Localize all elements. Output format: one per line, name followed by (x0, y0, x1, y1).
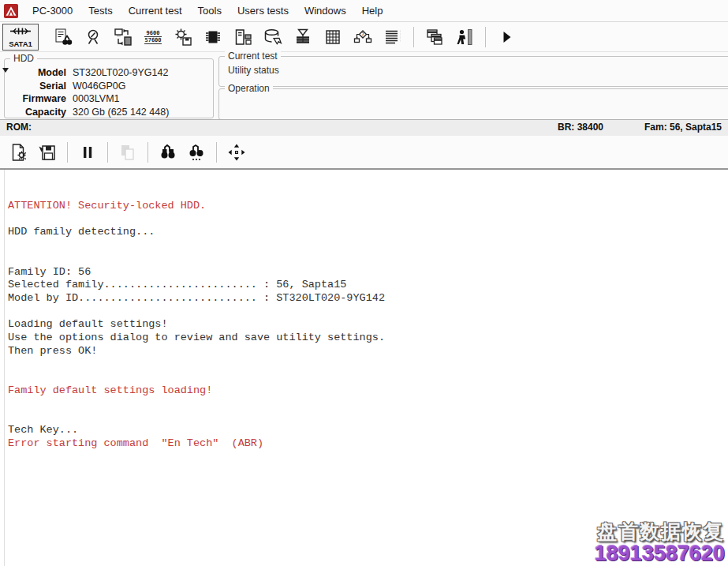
hdd-field-capacity: Capacity320 Gb (625 142 448) (5, 106, 213, 119)
terminal-line: Use the options dialog to review and sav… (8, 332, 728, 345)
watermark-phone: 18913587620 (595, 542, 725, 564)
copy-button[interactable] (114, 140, 141, 165)
heads-funnel-icon (293, 28, 312, 47)
sata-connector-icon (9, 26, 32, 39)
terminal-line: Family ID: 56 (8, 266, 728, 279)
terminal-line: Loading default settings! (8, 318, 728, 332)
terminal-line (8, 371, 728, 384)
surface-grid-icon (323, 28, 342, 47)
toolbar-separator (216, 142, 217, 163)
save-floppy-icon (38, 143, 57, 162)
hdd-panel-title: HDD (10, 53, 37, 64)
utility-status-text: Utility status (219, 57, 728, 76)
watermark-title: 盘首数据恢复 (595, 521, 725, 542)
operation-panel: Operation (218, 88, 728, 120)
new-report-button[interactable] (6, 140, 32, 165)
terminal-line: Model by ID............................ … (8, 292, 728, 305)
terminal-line: Tech Key... (8, 424, 728, 437)
menu-users-tests[interactable]: Users tests (230, 1, 297, 21)
utility-settings-button[interactable] (169, 24, 197, 50)
script-button[interactable] (379, 24, 407, 50)
find-button[interactable] (155, 140, 181, 165)
hdd-field-serial: SerialW046GP0G (5, 80, 213, 93)
terminal-line: Selected family........................ … (8, 279, 728, 292)
script-lines-icon (383, 28, 402, 47)
rom-label: ROM: (6, 122, 32, 133)
hdd-fields: ModelST320LT020-9YG142SerialW046GP0GFirm… (5, 66, 213, 118)
rom-button[interactable] (199, 24, 227, 50)
terminal-line (8, 410, 728, 424)
toolbar-separator (413, 27, 414, 47)
exit-door-icon (455, 28, 474, 47)
terminal-line: Then press OK! (8, 345, 728, 358)
port-sata1-button[interactable]: SATA1 (2, 24, 39, 51)
menu-current-test[interactable]: Current test (121, 1, 190, 21)
svg-text:?: ? (361, 31, 364, 37)
hdd-panel: HDD ModelST320LT020-9YG142SerialW046GP0G… (4, 58, 214, 118)
menu-windows[interactable]: Windows (297, 1, 354, 21)
terminal-log[interactable]: ATTENTION! Security-locked HDD. HDD fami… (0, 169, 728, 566)
terminal-line (8, 253, 728, 266)
main-toolbar-buttons: 960057600? (48, 24, 521, 50)
menu-tools[interactable]: Tools (190, 1, 230, 21)
menu-help[interactable]: Help (354, 1, 391, 21)
find-next-button[interactable] (183, 140, 210, 165)
report-gear-icon (9, 143, 28, 162)
terminal-line (8, 398, 728, 411)
utility-status-report-button[interactable] (49, 24, 77, 50)
hdd-field-label: Model (5, 66, 66, 80)
drive-power-button[interactable] (79, 24, 107, 50)
port-label: SATA1 (9, 39, 32, 48)
drive-modules-button[interactable] (229, 24, 257, 50)
log-toolbar (0, 136, 728, 169)
hdd-field-value: 0003LVM1 (73, 92, 120, 106)
baud-rate-button[interactable]: 960057600 (139, 24, 167, 50)
current-test-title: Current test (225, 51, 281, 62)
terminal-line: Error starting command "En Tech" (ABR) (8, 437, 728, 451)
more-arrow-icon (497, 28, 516, 47)
hdd-field-firmware: Firmware0003LVM1 (5, 92, 213, 106)
app-logo-icon (4, 4, 18, 18)
device-exchange-icon (114, 28, 133, 47)
hdd-panel-menu-button[interactable] (2, 68, 9, 73)
hdd-field-label: Serial (5, 80, 66, 93)
gear-save-icon (174, 28, 192, 47)
terminal-line (8, 305, 728, 319)
windows-cascade-button[interactable] (420, 24, 449, 50)
menu-items: PC-3000TestsCurrent testToolsUsers tests… (24, 1, 390, 21)
terminal-line (8, 358, 728, 371)
flowchart-icon: ? (353, 28, 372, 47)
hdd-field-model: ModelST320LT020-9YG142 (5, 66, 213, 80)
heads-map-button[interactable] (289, 24, 317, 50)
operation-title: Operation (225, 83, 273, 94)
surface-test-button[interactable] (319, 24, 347, 50)
hdd-field-value: 320 Gb (625 142 448) (73, 106, 169, 119)
hdd-field-label: Capacity (5, 106, 66, 119)
menubar: PC-3000TestsCurrent testToolsUsers tests… (0, 0, 728, 22)
exit-button[interactable] (450, 24, 479, 50)
lamp-icon (84, 28, 103, 47)
navigator-button[interactable] (223, 140, 250, 165)
hdd-field-value: W046GP0G (73, 80, 125, 93)
disk-cylinder-icon (263, 28, 282, 47)
pause-button[interactable] (74, 140, 101, 165)
change-drive-button[interactable] (109, 24, 137, 50)
save-report-button[interactable] (34, 140, 61, 165)
terminal-left-border (4, 170, 5, 566)
logic-scheme-button[interactable]: ? (349, 24, 377, 50)
terminal-line: Family default settings loading! (8, 384, 728, 398)
hdd-field-label: Firmware (5, 92, 66, 106)
drive-modules-icon (233, 28, 252, 47)
watermark: 盘首数据恢复 18913587620 (595, 521, 725, 564)
copy-pages-icon (118, 143, 137, 162)
menu-tests[interactable]: Tests (80, 1, 120, 21)
terminal-line (8, 239, 728, 253)
windows-cascade-icon (425, 28, 444, 47)
current-test-panel: Current test Utility status (218, 56, 728, 87)
disk-structure-button[interactable] (259, 24, 287, 50)
toolbar-separator (485, 27, 486, 47)
menu-pc-3000[interactable]: PC-3000 (24, 1, 80, 21)
toolbar-overflow-button[interactable] (492, 24, 521, 50)
toolbar-separator (67, 142, 68, 163)
toolbar-separator (107, 142, 108, 163)
